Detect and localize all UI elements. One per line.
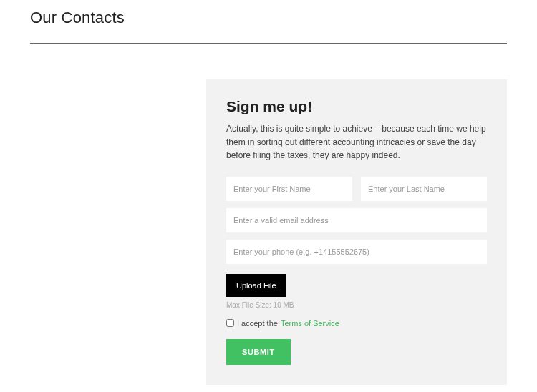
phone-input[interactable] (226, 240, 487, 264)
form-description: Actually, this is quite simple to achiev… (226, 122, 487, 162)
last-name-input[interactable] (361, 177, 487, 201)
section-divider (30, 43, 507, 44)
accept-terms-row: I accept the Terms of Service (226, 319, 487, 328)
page-title: Our Contacts (30, 9, 507, 27)
form-heading: Sign me up! (226, 98, 487, 115)
form-container: Sign me up! Actually, this is quite simp… (30, 79, 507, 385)
accept-prefix-text: I accept the (237, 319, 278, 328)
email-input[interactable] (226, 208, 487, 232)
terms-of-service-link[interactable]: Terms of Service (281, 319, 339, 328)
signup-form-card: Sign me up! Actually, this is quite simp… (206, 79, 507, 385)
first-name-input[interactable] (226, 177, 352, 201)
upload-hint: Max File Size: 10 MB (226, 301, 487, 309)
name-row (226, 177, 487, 201)
accept-terms-checkbox[interactable] (226, 319, 234, 327)
submit-button[interactable]: SUBMIT (226, 339, 291, 365)
upload-file-button[interactable]: Upload File (226, 274, 286, 297)
